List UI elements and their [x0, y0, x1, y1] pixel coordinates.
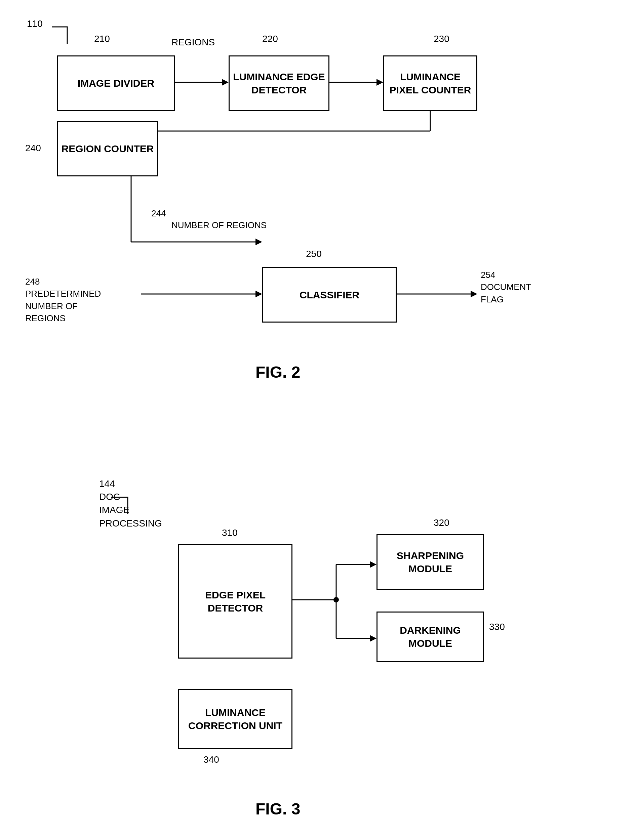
svg-marker-3: [377, 79, 383, 86]
ref-240: 240: [25, 143, 41, 153]
box-image-divider: IMAGE DIVIDER: [57, 55, 175, 111]
ref-144: 144 DOC IMAGE PROCESSING: [99, 477, 162, 530]
box-edge-pixel-detector: EDGE PIXEL DETECTOR: [178, 544, 293, 658]
regions-label: REGIONS: [171, 37, 215, 48]
box-classifier: CLASSIFIER: [262, 267, 397, 322]
ref-244: 244: [151, 208, 166, 219]
doc-image-label: DOC IMAGE PROCESSING: [99, 491, 162, 528]
svg-marker-13: [470, 291, 477, 297]
144-number: 144: [99, 478, 115, 489]
ref-330: 330: [489, 622, 505, 632]
svg-marker-18: [370, 561, 377, 568]
box-sharpening: SHARPENING MODULE: [377, 534, 484, 590]
254-number: 254: [481, 270, 495, 280]
ref-230: 230: [434, 33, 450, 44]
ref-210: 210: [94, 33, 110, 44]
ref-320: 320: [434, 518, 450, 528]
document-flag-label: DOCUMENT FLAG: [481, 282, 531, 304]
fig3-title: FIG. 3: [255, 800, 300, 818]
box-darkening: DARKENING MODULE: [377, 611, 484, 662]
svg-marker-1: [222, 79, 229, 86]
ref-220: 220: [262, 33, 278, 44]
ref-340: 340: [203, 754, 219, 765]
svg-marker-11: [255, 291, 262, 297]
fig2-title: FIG. 2: [255, 363, 300, 381]
box-region-counter: REGION COUNTER: [57, 121, 158, 177]
ref-250: 250: [306, 249, 322, 259]
box-luminance-correction: LUMINANCE CORRECTION UNIT: [178, 689, 293, 749]
ref-110: 110: [27, 19, 43, 29]
predetermined-label: PREDETERMINED NUMBER OF REGIONS: [25, 289, 101, 323]
label-number-of-regions: NUMBER OF REGIONS: [171, 220, 266, 231]
svg-point-15: [334, 597, 339, 602]
ref-310: 310: [222, 527, 238, 538]
ref-248: 248 PREDETERMINED NUMBER OF REGIONS: [25, 276, 101, 325]
box-luminance-edge: LUMINANCE EDGE DETECTOR: [229, 55, 329, 111]
box-luminance-pixel: LUMINANCE PIXEL COUNTER: [383, 55, 477, 111]
248-number: 248: [25, 276, 40, 287]
main-container: 110 IMAGE DIVIDER 210 REGIONS LUMINANCE …: [0, 0, 635, 840]
svg-marker-9: [255, 238, 262, 245]
ref-254: 254 DOCUMENT FLAG: [481, 269, 531, 305]
svg-marker-21: [370, 635, 377, 642]
